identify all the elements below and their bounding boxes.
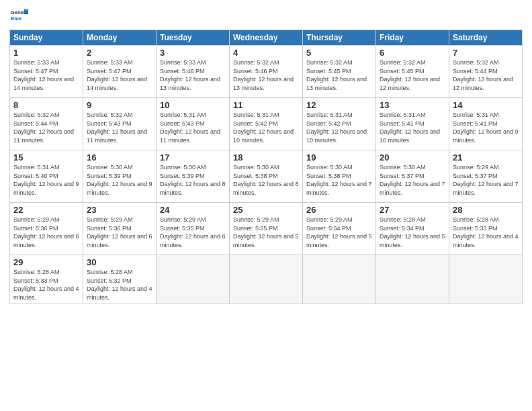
day-number: 30	[87, 257, 152, 267]
day-number: 18	[233, 152, 299, 163]
day-number: 11	[233, 100, 299, 110]
calendar-cell: 29Sunrise: 5:28 AMSunset: 5:33 PMDayligh…	[10, 255, 83, 304]
day-number: 17	[160, 152, 226, 163]
calendar-cell: 17Sunrise: 5:30 AMSunset: 5:39 PMDayligh…	[157, 150, 230, 203]
day-info: Sunrise: 5:32 AMSunset: 5:45 PMDaylight:…	[306, 58, 372, 92]
day-number: 6	[380, 48, 445, 58]
day-info: Sunrise: 5:30 AMSunset: 5:38 PMDaylight:…	[306, 163, 372, 197]
logo: General Blue	[9, 7, 28, 26]
day-number: 13	[380, 100, 445, 110]
header-monday: Monday	[83, 30, 157, 46]
calendar-cell: 15Sunrise: 5:31 AMSunset: 5:40 PMDayligh…	[10, 150, 83, 203]
calendar-cell: 28Sunrise: 5:28 AMSunset: 5:33 PMDayligh…	[449, 203, 523, 255]
calendar-header-row: SundayMondayTuesdayWednesdayThursdayFrid…	[10, 30, 523, 46]
calendar-cell: 19Sunrise: 5:30 AMSunset: 5:38 PMDayligh…	[303, 150, 376, 203]
calendar-cell	[230, 255, 303, 304]
calendar-cell: 30Sunrise: 5:28 AMSunset: 5:32 PMDayligh…	[83, 255, 157, 304]
header-saturday: Saturday	[449, 30, 523, 46]
day-number: 8	[13, 100, 79, 110]
day-number: 28	[453, 205, 519, 215]
calendar-cell: 9Sunrise: 5:32 AMSunset: 5:43 PMDaylight…	[83, 98, 157, 150]
calendar-cell: 24Sunrise: 5:29 AMSunset: 5:35 PMDayligh…	[157, 203, 230, 255]
day-number: 22	[13, 205, 79, 215]
calendar-cell	[449, 255, 523, 304]
calendar-cell: 27Sunrise: 5:28 AMSunset: 5:34 PMDayligh…	[376, 203, 449, 255]
day-number: 19	[306, 152, 372, 163]
day-info: Sunrise: 5:29 AMSunset: 5:35 PMDaylight:…	[160, 216, 226, 249]
day-info: Sunrise: 5:29 AMSunset: 5:34 PMDaylight:…	[306, 216, 372, 249]
header-thursday: Thursday	[303, 30, 376, 46]
day-number: 29	[13, 257, 79, 267]
calendar-cell: 20Sunrise: 5:30 AMSunset: 5:37 PMDayligh…	[376, 150, 449, 203]
calendar-week-row: 1Sunrise: 5:33 AMSunset: 5:47 PMDaylight…	[10, 46, 523, 98]
calendar-cell: 11Sunrise: 5:31 AMSunset: 5:42 PMDayligh…	[230, 98, 303, 150]
day-number: 26	[306, 205, 372, 215]
calendar-cell: 1Sunrise: 5:33 AMSunset: 5:47 PMDaylight…	[10, 46, 83, 98]
day-info: Sunrise: 5:32 AMSunset: 5:44 PMDaylight:…	[13, 111, 79, 144]
calendar-week-row: 29Sunrise: 5:28 AMSunset: 5:33 PMDayligh…	[10, 255, 523, 304]
calendar-cell: 8Sunrise: 5:32 AMSunset: 5:44 PMDaylight…	[10, 98, 83, 150]
day-info: Sunrise: 5:33 AMSunset: 5:47 PMDaylight:…	[13, 58, 79, 92]
day-info: Sunrise: 5:31 AMSunset: 5:41 PMDaylight:…	[380, 111, 445, 144]
calendar-cell: 6Sunrise: 5:32 AMSunset: 5:45 PMDaylight…	[376, 46, 449, 98]
day-number: 5	[306, 48, 372, 58]
calendar-cell: 23Sunrise: 5:29 AMSunset: 5:36 PMDayligh…	[83, 203, 157, 255]
calendar-cell: 14Sunrise: 5:31 AMSunset: 5:41 PMDayligh…	[449, 98, 523, 150]
header-sunday: Sunday	[10, 30, 83, 46]
calendar-cell: 7Sunrise: 5:32 AMSunset: 5:44 PMDaylight…	[449, 46, 523, 98]
day-info: Sunrise: 5:29 AMSunset: 5:35 PMDaylight:…	[233, 216, 299, 249]
calendar-cell	[303, 255, 376, 304]
calendar-cell: 26Sunrise: 5:29 AMSunset: 5:34 PMDayligh…	[303, 203, 376, 255]
logo-icon: General Blue	[9, 7, 28, 26]
calendar-cell: 10Sunrise: 5:31 AMSunset: 5:43 PMDayligh…	[157, 98, 230, 150]
day-info: Sunrise: 5:31 AMSunset: 5:42 PMDaylight:…	[233, 111, 299, 144]
day-info: Sunrise: 5:32 AMSunset: 5:44 PMDaylight:…	[453, 58, 519, 92]
day-number: 27	[380, 205, 445, 215]
day-number: 14	[453, 100, 519, 110]
day-number: 9	[87, 100, 152, 110]
day-number: 4	[233, 48, 299, 58]
calendar-cell	[376, 255, 449, 304]
day-number: 20	[380, 152, 445, 163]
day-number: 12	[306, 100, 372, 110]
calendar-cell: 16Sunrise: 5:30 AMSunset: 5:39 PMDayligh…	[83, 150, 157, 203]
calendar-cell: 18Sunrise: 5:30 AMSunset: 5:38 PMDayligh…	[230, 150, 303, 203]
calendar-cell: 5Sunrise: 5:32 AMSunset: 5:45 PMDaylight…	[303, 46, 376, 98]
day-number: 1	[13, 48, 79, 58]
calendar-cell: 22Sunrise: 5:29 AMSunset: 5:36 PMDayligh…	[10, 203, 83, 255]
day-info: Sunrise: 5:33 AMSunset: 5:47 PMDaylight:…	[87, 58, 152, 92]
day-info: Sunrise: 5:30 AMSunset: 5:37 PMDaylight:…	[380, 163, 445, 197]
day-info: Sunrise: 5:32 AMSunset: 5:45 PMDaylight:…	[380, 58, 445, 92]
day-info: Sunrise: 5:30 AMSunset: 5:38 PMDaylight:…	[233, 163, 299, 197]
day-info: Sunrise: 5:30 AMSunset: 5:39 PMDaylight:…	[160, 163, 226, 197]
day-number: 3	[160, 48, 226, 58]
day-info: Sunrise: 5:28 AMSunset: 5:33 PMDaylight:…	[13, 268, 79, 302]
calendar-cell: 2Sunrise: 5:33 AMSunset: 5:47 PMDaylight…	[83, 46, 157, 98]
day-number: 2	[87, 48, 152, 58]
calendar-cell	[157, 255, 230, 304]
calendar-week-row: 8Sunrise: 5:32 AMSunset: 5:44 PMDaylight…	[10, 98, 523, 150]
calendar-cell: 13Sunrise: 5:31 AMSunset: 5:41 PMDayligh…	[376, 98, 449, 150]
header: General Blue	[9, 7, 523, 26]
day-number: 10	[160, 100, 226, 110]
day-number: 25	[233, 205, 299, 215]
calendar-cell: 4Sunrise: 5:32 AMSunset: 5:46 PMDaylight…	[230, 46, 303, 98]
day-info: Sunrise: 5:31 AMSunset: 5:42 PMDaylight:…	[306, 111, 372, 144]
day-info: Sunrise: 5:28 AMSunset: 5:33 PMDaylight:…	[453, 216, 519, 249]
header-tuesday: Tuesday	[157, 30, 230, 46]
day-info: Sunrise: 5:29 AMSunset: 5:36 PMDaylight:…	[87, 216, 152, 249]
day-info: Sunrise: 5:28 AMSunset: 5:32 PMDaylight:…	[87, 268, 152, 302]
calendar-cell: 12Sunrise: 5:31 AMSunset: 5:42 PMDayligh…	[303, 98, 376, 150]
day-info: Sunrise: 5:33 AMSunset: 5:46 PMDaylight:…	[160, 58, 226, 92]
day-number: 7	[453, 48, 519, 58]
calendar-week-row: 15Sunrise: 5:31 AMSunset: 5:40 PMDayligh…	[10, 150, 523, 203]
calendar-cell: 3Sunrise: 5:33 AMSunset: 5:46 PMDaylight…	[157, 46, 230, 98]
day-number: 21	[453, 152, 519, 163]
day-info: Sunrise: 5:31 AMSunset: 5:41 PMDaylight:…	[453, 111, 519, 144]
day-info: Sunrise: 5:32 AMSunset: 5:43 PMDaylight:…	[87, 111, 152, 144]
day-info: Sunrise: 5:32 AMSunset: 5:46 PMDaylight:…	[233, 58, 299, 92]
day-info: Sunrise: 5:31 AMSunset: 5:40 PMDaylight:…	[13, 163, 79, 197]
day-number: 15	[13, 152, 79, 163]
day-number: 23	[87, 205, 152, 215]
day-info: Sunrise: 5:30 AMSunset: 5:39 PMDaylight:…	[87, 163, 152, 197]
